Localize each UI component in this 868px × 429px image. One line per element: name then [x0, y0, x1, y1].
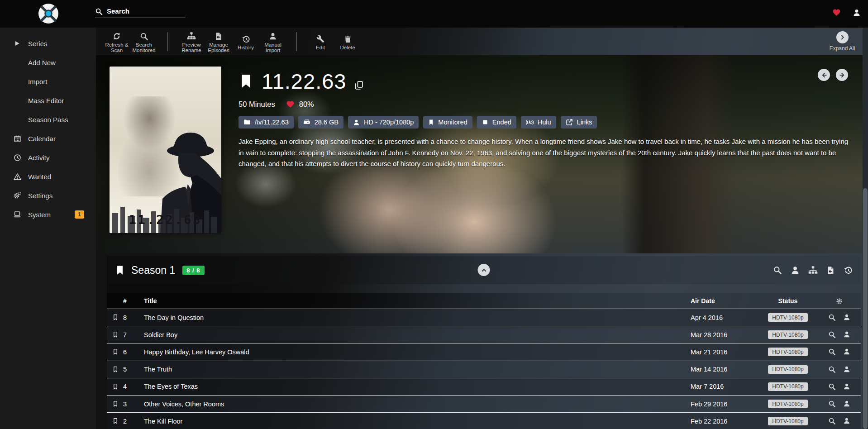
- preview-rename-button[interactable]: Preview Rename: [178, 30, 205, 53]
- episode-auto-search-icon[interactable]: [828, 314, 836, 321]
- episode-air-date: Mar 7 2016: [691, 383, 758, 390]
- edit-button[interactable]: Edit: [307, 33, 334, 50]
- sidebar-item-calendar[interactable]: Calendar: [0, 129, 96, 148]
- poster-title: 11.22.63: [110, 213, 221, 227]
- episode-monitor-bookmark-icon[interactable]: [112, 400, 123, 408]
- season-interactive-search-icon[interactable]: [791, 266, 800, 275]
- sidebar-item-activity[interactable]: Activity: [0, 148, 96, 167]
- donate-heart-icon[interactable]: [832, 8, 841, 17]
- episode-row: 3 Other Voices, Other Rooms Feb 29 2016 …: [107, 396, 861, 413]
- sidebar-item-season-pass[interactable]: Season Pass: [0, 110, 96, 129]
- episode-air-date: Apr 4 2016: [691, 314, 758, 321]
- season-preview-rename-icon[interactable]: [808, 266, 818, 275]
- calendar-icon: [13, 135, 22, 143]
- links-badge[interactable]: Links: [561, 116, 597, 129]
- episode-number: 8: [123, 314, 144, 321]
- expand-all-button[interactable]: Expand All: [826, 31, 858, 52]
- manual-import-button[interactable]: Manual Import: [259, 30, 286, 53]
- episode-title[interactable]: The Truth: [144, 366, 691, 373]
- episode-interactive-search-icon[interactable]: [843, 417, 850, 425]
- season-manage-episodes-icon[interactable]: [826, 266, 835, 275]
- collapse-season-button[interactable]: [478, 264, 490, 276]
- episode-table-header: # Title Air Date Status: [107, 293, 861, 309]
- sidebar-item-add-new[interactable]: Add New: [0, 53, 96, 72]
- episode-number: 5: [123, 366, 144, 373]
- season-search-icon[interactable]: [773, 266, 782, 275]
- user-icon[interactable]: [853, 9, 861, 17]
- episode-interactive-search-icon[interactable]: [843, 383, 850, 391]
- episode-number: 4: [123, 383, 144, 390]
- search-input[interactable]: [95, 6, 186, 18]
- app-logo[interactable]: [38, 3, 59, 24]
- episode-row: 7 Soldier Boy Mar 28 2016 HDTV-1080p: [107, 326, 861, 343]
- sidebar-item-mass-editor[interactable]: Mass Editor: [0, 91, 96, 110]
- episode-interactive-search-icon[interactable]: [843, 314, 850, 321]
- episode-air-date: Feb 29 2016: [691, 400, 758, 408]
- sitemap-icon: [187, 32, 196, 41]
- column-title: Title: [144, 297, 691, 305]
- episode-auto-search-icon[interactable]: [828, 383, 836, 391]
- toolbar-separator: [167, 32, 168, 51]
- sidebar-item-wanted[interactable]: Wanted: [0, 167, 96, 186]
- monitor-toggle-bookmark-icon[interactable]: [238, 72, 253, 91]
- episode-auto-search-icon[interactable]: [828, 331, 836, 338]
- sidebar-item-series[interactable]: Series: [0, 34, 96, 53]
- scrollbar-thumb[interactable]: [863, 188, 868, 429]
- episode-title[interactable]: Soldier Boy: [144, 331, 691, 338]
- sidebar-item-settings[interactable]: Settings: [0, 186, 96, 205]
- main-content: Refresh & Scan Search Monitored Preview …: [96, 28, 868, 429]
- delete-button[interactable]: Delete: [334, 33, 361, 50]
- sidebar-item-import[interactable]: Import: [0, 72, 96, 91]
- status-badge: Ended: [477, 116, 516, 129]
- episode-auto-search-icon[interactable]: [828, 348, 836, 356]
- gears-icon: [13, 191, 22, 200]
- season-episode-count-badge: 8 / 8: [182, 266, 204, 275]
- episode-title[interactable]: Other Voices, Other Rooms: [144, 400, 691, 408]
- episode-interactive-search-icon[interactable]: [843, 400, 850, 408]
- toolbar-separator: [296, 32, 297, 51]
- episode-auto-search-icon[interactable]: [828, 400, 836, 408]
- trash-icon: [344, 34, 352, 43]
- column-number: #: [123, 297, 144, 305]
- episode-interactive-search-icon[interactable]: [843, 331, 850, 338]
- episode-auto-search-icon[interactable]: [828, 366, 836, 373]
- folder-icon: [243, 119, 251, 126]
- episode-title[interactable]: The Eyes of Texas: [144, 383, 691, 390]
- episode-monitor-bookmark-icon[interactable]: [112, 348, 123, 356]
- episode-air-date: Mar 28 2016: [691, 331, 758, 338]
- episode-title[interactable]: Happy Birthday, Lee Harvey Oswald: [144, 348, 691, 356]
- search-monitored-button[interactable]: Search Monitored: [130, 30, 157, 53]
- history-button[interactable]: History: [232, 33, 259, 50]
- person-icon: [269, 32, 277, 41]
- episode-table-body: 8 The Day in Question Apr 4 2016 HDTV-10…: [107, 309, 861, 429]
- episode-interactive-search-icon[interactable]: [843, 366, 850, 373]
- previous-series-button[interactable]: [818, 69, 830, 81]
- file-video-icon: [215, 32, 223, 41]
- sidebar: Series Add New Import Mass Editor Season…: [0, 28, 96, 429]
- bookmark-icon: [428, 119, 434, 126]
- season-monitor-bookmark-icon[interactable]: [115, 264, 125, 276]
- quality-profile-badge: HD - 720p/1080p: [348, 116, 419, 129]
- sidebar-item-system[interactable]: System 1: [0, 205, 96, 224]
- search-icon: [140, 32, 148, 41]
- episode-monitor-bookmark-icon[interactable]: [112, 417, 123, 425]
- alternate-titles-copy-icon[interactable]: [354, 81, 364, 90]
- manage-episodes-button[interactable]: Manage Episodes: [205, 30, 232, 53]
- refresh-scan-button[interactable]: Refresh & Scan: [103, 30, 130, 53]
- episode-quality-badge: HDTV-1080p: [768, 417, 807, 425]
- episode-interactive-search-icon[interactable]: [843, 348, 850, 356]
- season-header-bar: Season 1 8 / 8: [107, 256, 861, 284]
- episode-monitor-bookmark-icon[interactable]: [112, 314, 123, 321]
- season-history-icon[interactable]: [844, 266, 853, 275]
- laptop-icon: [13, 210, 22, 219]
- episode-monitor-bookmark-icon[interactable]: [112, 331, 123, 338]
- series-header: 11.22.63 11.22.63 50 Minutes 80% /tv/11.…: [96, 55, 868, 253]
- episode-title[interactable]: The Day in Question: [144, 314, 691, 321]
- table-options-gear-icon[interactable]: [835, 297, 843, 305]
- episode-monitor-bookmark-icon[interactable]: [112, 383, 123, 391]
- episode-title[interactable]: The Kill Floor: [144, 418, 691, 425]
- next-series-button[interactable]: [836, 69, 848, 81]
- episode-quality-badge: HDTV-1080p: [768, 330, 807, 339]
- episode-auto-search-icon[interactable]: [828, 417, 836, 425]
- episode-monitor-bookmark-icon[interactable]: [112, 366, 123, 373]
